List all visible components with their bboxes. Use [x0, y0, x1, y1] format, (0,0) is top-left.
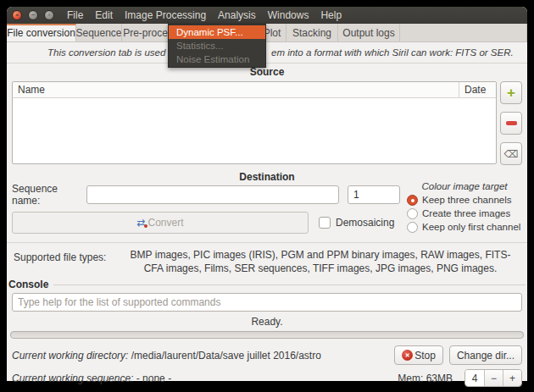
- thread-increment-button[interactable]: +: [503, 370, 521, 386]
- convert-icon: ⇄: [136, 217, 145, 229]
- radio-keep-only-first-channel-label: Keep only first channel: [422, 222, 520, 232]
- maximize-icon[interactable]: ▫: [44, 10, 54, 20]
- convert-button[interactable]: ⇄ Convert: [12, 212, 309, 234]
- info-text-right: em into a format with which Siril can wo…: [271, 47, 514, 58]
- tab-strip: File conversion Sequence Pre-processing …: [7, 24, 527, 42]
- menu-edit[interactable]: Edit: [95, 9, 113, 21]
- stop-button-label: Stop: [414, 350, 436, 362]
- source-file-list[interactable]: Name Date: [12, 81, 497, 164]
- status-text: Ready.: [7, 316, 527, 328]
- conversion-info-banner: This conversion tab is used to em into a…: [7, 42, 527, 63]
- radio-keep-three-channels[interactable]: [407, 195, 418, 206]
- thread-decrement-button[interactable]: −: [484, 370, 503, 386]
- supported-file-types: Supported file types: BMP images, PIC im…: [7, 242, 527, 277]
- supported-types-value: BMP images, PIC images (IRIS), PGM and P…: [120, 248, 520, 275]
- tab-stacking[interactable]: Stacking: [286, 24, 338, 41]
- command-input[interactable]: [12, 293, 522, 312]
- demosaicing-label: Demosaicing: [336, 217, 394, 229]
- menu-item-noise-estimation: Noise Estimation: [169, 52, 265, 66]
- cwd-value: /media/laurent/Data/save juillet 2016/as…: [131, 350, 321, 362]
- menu-image-processing[interactable]: Image Processing: [125, 9, 206, 21]
- sequence-status-value: - none -: [136, 373, 171, 384]
- sequence-name-input[interactable]: [86, 185, 339, 204]
- close-icon[interactable]: ×: [12, 10, 22, 20]
- thread-count-spinner: 4 − +: [464, 369, 522, 387]
- info-text-left: This conversion tab is used to: [47, 47, 176, 58]
- source-title: Source: [7, 63, 527, 80]
- analysis-menu-dropdown: Dynamic PSF... Statistics... Noise Estim…: [168, 24, 266, 68]
- remove-icon: [506, 121, 517, 125]
- change-dir-button[interactable]: Change dir...: [449, 345, 522, 365]
- tab-file-conversion[interactable]: File conversion: [7, 24, 76, 41]
- menu-file[interactable]: File: [67, 9, 83, 21]
- supported-types-label: Supported file types:: [14, 248, 114, 275]
- radio-create-three-images[interactable]: [407, 208, 418, 219]
- source-section: Source Name Date + ⌫: [7, 63, 527, 165]
- column-header-name[interactable]: Name: [13, 82, 459, 97]
- thread-count-value[interactable]: 4: [465, 370, 484, 386]
- radio-create-three-images-label: Create three images: [422, 208, 510, 218]
- add-icon: +: [507, 85, 515, 102]
- sequence-status-label: Current working sequence:: [12, 373, 133, 384]
- radio-keep-three-channels-label: Keep three channels: [422, 195, 512, 205]
- sequence-counter-input[interactable]: [348, 185, 400, 204]
- destination-section: Sequence name: ⇄ Convert Demosaicing Col…: [12, 185, 522, 234]
- working-sequence-row: Current working sequence: - none - Mem: …: [12, 369, 522, 387]
- colour-target-label: Colour image target: [407, 181, 522, 191]
- minimize-icon[interactable]: −: [28, 10, 38, 20]
- tab-output-logs[interactable]: Output logs: [338, 24, 400, 41]
- menubar: File Edit Image Processing Analysis Wind…: [67, 9, 342, 21]
- add-files-button[interactable]: +: [500, 81, 522, 104]
- cwd-label: Current working directory:: [12, 350, 128, 362]
- menu-item-dynamic-psf[interactable]: Dynamic PSF...: [169, 25, 265, 39]
- clear-icon: ⌫: [504, 148, 519, 160]
- progress-bar: [10, 331, 524, 339]
- convert-button-label: Convert: [148, 217, 184, 229]
- clear-list-button[interactable]: ⌫: [500, 142, 522, 165]
- colour-image-target-group: Colour image target Keep three channels …: [407, 181, 522, 234]
- console-divider: [53, 284, 526, 285]
- siril-window: × − ▫ File Edit Image Processing Analysi…: [7, 7, 527, 381]
- demosaicing-checkbox[interactable]: [319, 217, 331, 229]
- menu-help[interactable]: Help: [320, 9, 342, 21]
- radio-keep-only-first-channel[interactable]: [407, 222, 418, 233]
- stop-button[interactable]: ✕ Stop: [394, 345, 443, 365]
- column-header-date[interactable]: Date: [459, 82, 496, 97]
- memory-usage: Mem: 63MB: [398, 373, 453, 384]
- menu-analysis[interactable]: Analysis: [218, 9, 256, 21]
- stop-icon: ✕: [402, 350, 413, 361]
- tab-sequence[interactable]: Sequence: [76, 24, 122, 41]
- menu-item-statistics: Statistics...: [169, 39, 265, 52]
- remove-file-button[interactable]: [500, 112, 522, 135]
- titlebar: × − ▫ File Edit Image Processing Analysi…: [7, 7, 527, 24]
- sequence-name-label: Sequence name:: [12, 183, 86, 207]
- menu-windows[interactable]: Windows: [268, 9, 309, 21]
- working-directory-row: Current working directory: /media/lauren…: [12, 345, 522, 365]
- console-label: Console: [8, 279, 48, 290]
